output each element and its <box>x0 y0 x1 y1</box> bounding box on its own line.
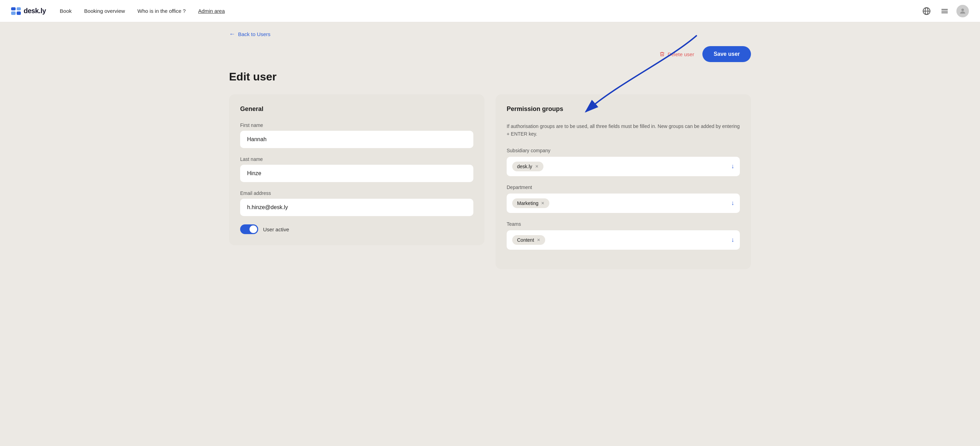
page-content: ← Back to Users Delete user Save user Ed… <box>212 22 768 286</box>
department-dropdown-arrow[interactable]: ↓ <box>731 199 734 207</box>
general-card: General First name Last name Email addre… <box>229 94 484 245</box>
navbar: desk.ly Book Booking overview Who is in … <box>0 0 980 22</box>
first-name-group: First name <box>240 122 473 148</box>
teams-chip-content: Content ✕ <box>512 235 545 245</box>
user-active-toggle[interactable] <box>240 224 258 234</box>
menu-icon <box>941 7 948 15</box>
general-section-title: General <box>240 105 473 113</box>
chip-remove-icon[interactable]: ✕ <box>537 238 540 243</box>
action-row: Delete user Save user <box>229 46 751 62</box>
trash-icon <box>659 51 665 57</box>
permissions-card: Permission groups If authorisation group… <box>496 94 751 269</box>
user-active-row: User active <box>240 224 473 234</box>
edit-user-layout: General First name Last name Email addre… <box>229 94 751 269</box>
globe-icon <box>923 7 931 15</box>
nav-admin-area[interactable]: Admin area <box>198 8 225 14</box>
department-label: Department <box>507 184 740 190</box>
department-section: Department Marketing ✕ ↓ <box>507 184 740 213</box>
subsidiary-company-section: Subsidiary company desk.ly ✕ ↓ <box>507 148 740 176</box>
department-field[interactable]: Marketing ✕ ↓ <box>507 194 740 213</box>
page-title: Edit user <box>229 70 751 83</box>
teams-section: Teams Content ✕ ↓ <box>507 221 740 250</box>
teams-label: Teams <box>507 221 740 227</box>
teams-chips: Content ✕ <box>512 235 545 245</box>
permissions-description: If authorisation groups are to be used, … <box>507 122 740 138</box>
delete-user-button[interactable]: Delete user <box>659 51 694 57</box>
chip-text: Marketing <box>517 200 538 206</box>
logo-text: desk.ly <box>24 7 46 15</box>
last-name-input[interactable] <box>240 165 473 182</box>
svg-point-6 <box>961 8 964 11</box>
department-chip-marketing: Marketing ✕ <box>512 198 549 208</box>
chip-remove-icon[interactable]: ✕ <box>535 164 539 169</box>
toggle-thumb <box>250 225 257 233</box>
chip-remove-icon[interactable]: ✕ <box>541 201 544 206</box>
save-user-button[interactable]: Save user <box>702 46 751 62</box>
nav-who-in-office[interactable]: Who is in the office ? <box>137 8 186 14</box>
logo[interactable]: desk.ly <box>11 7 46 15</box>
chip-text: desk.ly <box>517 164 532 169</box>
teams-field[interactable]: Content ✕ ↓ <box>507 230 740 250</box>
subsidiary-chip-desk-ly: desk.ly ✕ <box>512 162 543 171</box>
subsidiary-dropdown-arrow[interactable]: ↓ <box>731 163 734 170</box>
first-name-input[interactable] <box>240 131 473 148</box>
subsidiary-company-field[interactable]: desk.ly ✕ ↓ <box>507 157 740 176</box>
nav-links: Book Booking overview Who is in the offi… <box>60 8 920 14</box>
logo-icon <box>11 7 21 15</box>
back-to-users-link[interactable]: ← Back to Users <box>229 30 751 38</box>
last-name-group: Last name <box>240 156 473 182</box>
email-group: Email address <box>240 190 473 216</box>
menu-icon-button[interactable] <box>939 5 951 17</box>
permissions-section-title: Permission groups <box>507 105 740 113</box>
back-arrow-icon: ← <box>229 30 235 38</box>
last-name-label: Last name <box>240 156 473 162</box>
nav-book[interactable]: Book <box>60 8 72 14</box>
department-chips: Marketing ✕ <box>512 198 549 208</box>
first-name-label: First name <box>240 122 473 128</box>
toggle-label: User active <box>263 227 289 232</box>
user-avatar[interactable] <box>956 5 969 17</box>
subsidiary-company-label: Subsidiary company <box>507 148 740 153</box>
navbar-right <box>920 5 969 17</box>
chip-text: Content <box>517 237 534 243</box>
back-link-label: Back to Users <box>238 31 270 37</box>
subsidiary-company-chips: desk.ly ✕ <box>512 162 543 171</box>
globe-icon-button[interactable] <box>920 5 933 17</box>
delete-user-label: Delete user <box>668 51 694 57</box>
nav-booking-overview[interactable]: Booking overview <box>84 8 125 14</box>
teams-dropdown-arrow[interactable]: ↓ <box>731 236 734 243</box>
email-label: Email address <box>240 190 473 196</box>
email-input[interactable] <box>240 199 473 216</box>
